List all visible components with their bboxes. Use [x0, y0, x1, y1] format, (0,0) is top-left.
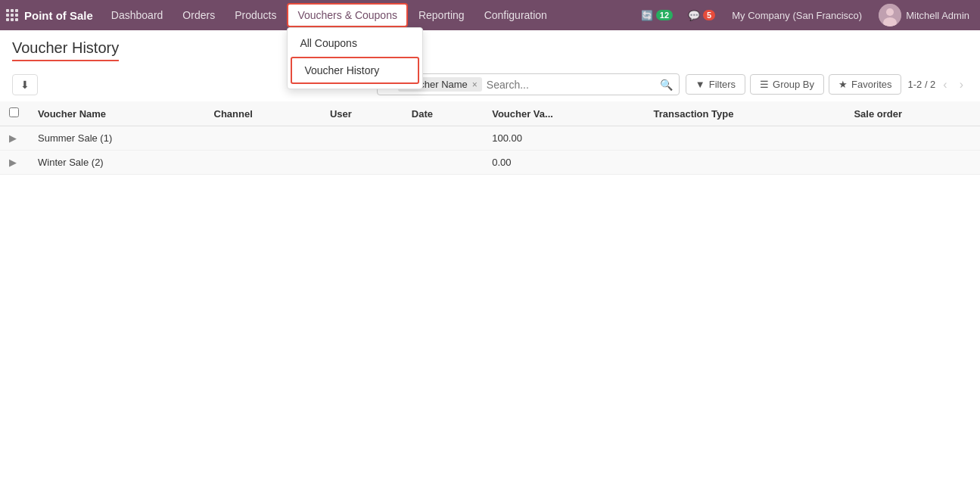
- nav-configuration[interactable]: Configuration: [475, 5, 556, 26]
- message-icon: 💬: [688, 10, 700, 21]
- group-toggle-icon[interactable]: ▶: [9, 132, 17, 144]
- col-user: User: [321, 101, 403, 126]
- main-menu: Dashboard Orders Products Vouchers & Cou…: [102, 3, 636, 27]
- messages-badge[interactable]: 💬 5: [683, 7, 720, 24]
- main-page: Voucher History ⬇ ☰ Voucher Name × 🔍 ▼ F…: [0, 30, 980, 482]
- dropdown-voucher-history[interactable]: Voucher History: [291, 57, 419, 84]
- col-channel: Channel: [205, 101, 321, 126]
- col-date: Date: [403, 101, 483, 126]
- filters-label: Filters: [709, 79, 736, 90]
- group-toggle-icon[interactable]: ▶: [9, 157, 17, 168]
- group-value-cell: 0.00: [483, 151, 644, 175]
- group-by-label: Group By: [773, 79, 814, 90]
- user-avatar: [879, 4, 901, 26]
- pagination-text: 1-2 / 2: [907, 79, 935, 90]
- group-value-cell: 100.00: [483, 126, 644, 151]
- refresh-badge[interactable]: 🔄 12: [636, 7, 677, 24]
- filter-icon: ▼: [695, 79, 705, 90]
- col-sale-order: Sale order: [845, 101, 980, 126]
- dropdown-all-coupons[interactable]: All Coupons: [288, 31, 422, 55]
- search-submit-icon[interactable]: 🔍: [660, 79, 673, 91]
- filter-buttons: ▼ Filters ☰ Group By ★ Favorites: [686, 74, 902, 95]
- refresh-count: 12: [656, 10, 673, 20]
- page-title: Voucher History: [12, 39, 119, 61]
- grid-icon: [6, 9, 18, 21]
- topnav-right: 🔄 12 💬 5 My Company (San Francisco) Mitc…: [636, 1, 974, 30]
- select-all-checkbox[interactable]: [9, 107, 19, 117]
- user-menu[interactable]: Mitchell Admin: [874, 1, 974, 30]
- message-count: 5: [703, 10, 715, 20]
- favorites-button[interactable]: ★ Favorites: [829, 74, 901, 95]
- export-icon: ⬇: [20, 79, 30, 91]
- app-title: Point of Sale: [24, 9, 93, 22]
- toolbar: ⬇ ☰ Voucher Name × 🔍 ▼ Filters ☰ Group B…: [0, 67, 980, 101]
- favorites-label: Favorites: [851, 79, 891, 90]
- refresh-icon: 🔄: [641, 10, 653, 21]
- nav-vouchers-container: Vouchers & Coupons All Coupons Voucher H…: [287, 3, 408, 27]
- vouchers-dropdown: All Coupons Voucher History: [287, 27, 423, 89]
- nav-dashboard[interactable]: Dashboard: [102, 5, 173, 26]
- select-all-col: [0, 101, 29, 126]
- col-voucher-value: Voucher Va...: [483, 101, 644, 126]
- favorites-icon: ★: [838, 79, 848, 90]
- row-checkbox-cell: ▶: [0, 126, 29, 151]
- col-voucher-name: Voucher Name: [29, 101, 205, 126]
- group-by-icon: ☰: [760, 79, 769, 90]
- group-label-cell: Summer Sale (1): [29, 126, 483, 151]
- group-empty-1: [645, 151, 845, 175]
- page-header: Voucher History: [0, 30, 980, 67]
- svg-point-1: [886, 8, 894, 16]
- group-empty-1: [645, 126, 845, 151]
- pagination: 1-2 / 2 ‹ ›: [907, 76, 968, 94]
- filters-button[interactable]: ▼ Filters: [686, 74, 745, 95]
- table-row[interactable]: ▶ Winter Sale (2) 0.00: [0, 151, 980, 175]
- user-name: Mitchell Admin: [906, 10, 969, 21]
- nav-vouchers[interactable]: Vouchers & Coupons: [287, 3, 408, 27]
- app-logo[interactable]: Point of Sale: [6, 9, 93, 22]
- export-button[interactable]: ⬇: [12, 74, 38, 95]
- table-row[interactable]: ▶ Summer Sale (1) 100.00: [0, 126, 980, 151]
- group-label-cell: Winter Sale (2): [29, 151, 483, 175]
- group-empty-2: [845, 126, 980, 151]
- row-checkbox-cell: ▶: [0, 151, 29, 175]
- pagination-prev[interactable]: ‹: [938, 76, 951, 94]
- group-empty-2: [845, 151, 980, 175]
- company-selector[interactable]: My Company (San Francisco): [726, 7, 868, 24]
- search-input[interactable]: [487, 79, 655, 91]
- nav-reporting[interactable]: Reporting: [409, 5, 474, 26]
- nav-products[interactable]: Products: [226, 5, 285, 26]
- col-transaction-type: Transaction Type: [645, 101, 845, 126]
- top-navigation: Point of Sale Dashboard Orders Products …: [0, 0, 980, 30]
- group-by-button[interactable]: ☰ Group By: [750, 74, 824, 95]
- data-table: Voucher Name Channel User Date Voucher V…: [0, 101, 980, 175]
- nav-orders[interactable]: Orders: [173, 5, 224, 26]
- pagination-next[interactable]: ›: [955, 76, 968, 94]
- search-tag-remove[interactable]: ×: [472, 79, 478, 90]
